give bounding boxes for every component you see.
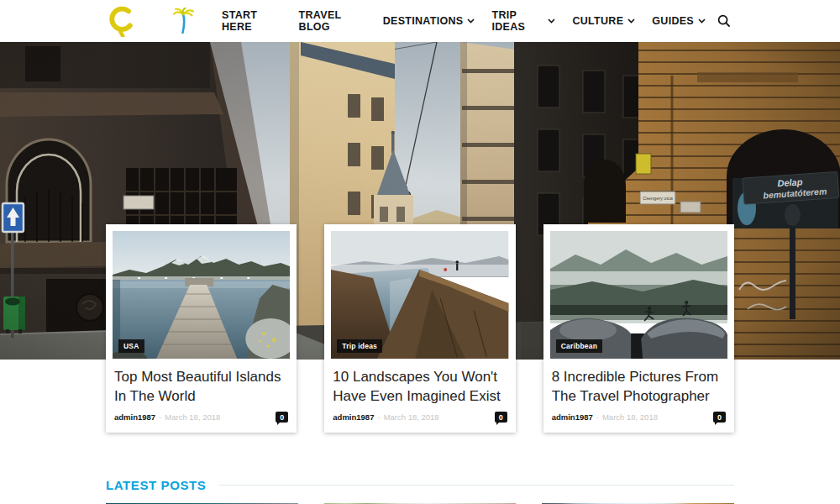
post-title[interactable]: 8 Incredible Pictures From The Travel Ph… — [552, 368, 726, 406]
main-nav: START HERE TRAVEL BLOG DESTINATIONS TRIP… — [213, 0, 714, 42]
meta-separator: - — [159, 412, 161, 422]
post-meta: admin1987 - March 18, 2018 0 — [114, 412, 288, 423]
chevron-down-icon — [548, 18, 555, 24]
featured-card-2: Trip ideas 10 Landscapes You Won't Have … — [324, 224, 515, 433]
nav-label: START HERE — [222, 9, 282, 33]
latest-posts-heading: LATEST POSTS — [106, 478, 206, 492]
post-meta: admin1987 - March 18, 2018 0 — [552, 412, 726, 423]
post-author[interactable]: admin1987 — [552, 412, 593, 422]
post-title[interactable]: 10 Landscapes You Won't Have Even Imagin… — [333, 368, 507, 406]
nav-label: TRIP IDEAS — [491, 9, 543, 33]
chevron-down-icon — [467, 18, 475, 24]
featured-posts-row: USA Top Most Beautiful Islands In The Wo… — [106, 224, 734, 433]
site-header: START HERE TRAVEL BLOG DESTINATIONS TRIP… — [0, 0, 840, 42]
featured-card-1: USA Top Most Beautiful Islands In The Wo… — [106, 224, 297, 433]
site-logo[interactable] — [106, 5, 195, 37]
nav-destinations[interactable]: DESTINATIONS — [375, 0, 484, 42]
post-author[interactable]: admin1987 — [333, 412, 374, 422]
chevron-down-icon — [627, 18, 635, 24]
post-title[interactable]: Top Most Beautiful Islands In The World — [114, 368, 288, 406]
post-author[interactable]: admin1987 — [114, 412, 155, 422]
latest-posts-section: LATEST POSTS — [106, 478, 734, 504]
post-image-fjord[interactable]: Trip ideas — [331, 231, 508, 359]
heading-rule — [219, 485, 734, 486]
category-badge[interactable]: Caribbean — [556, 339, 602, 353]
meta-separator: - — [377, 412, 380, 422]
nav-trip-ideas[interactable]: TRIP IDEAS — [483, 0, 564, 42]
comment-count-badge[interactable]: 0 — [713, 412, 726, 423]
comment-count-badge[interactable]: 0 — [495, 412, 507, 423]
nav-guides[interactable]: GUIDES — [643, 0, 714, 42]
palm-tree-icon — [173, 8, 195, 34]
nav-start-here[interactable]: START HERE — [213, 0, 291, 42]
post-image-boulders[interactable]: Caribbean — [550, 231, 727, 359]
featured-card-3: Caribbean 8 Incredible Pictures From The… — [543, 224, 734, 433]
search-icon — [717, 14, 731, 28]
post-image-lake-pier[interactable]: USA — [113, 231, 290, 359]
category-badge[interactable]: Trip ideas — [337, 339, 382, 353]
comment-count-badge[interactable]: 0 — [276, 412, 288, 423]
post-date: March 18, 2018 — [602, 412, 658, 422]
nav-label: GUIDES — [652, 15, 694, 27]
category-badge[interactable]: USA — [118, 339, 144, 353]
chevron-down-icon — [698, 18, 706, 24]
nav-travel-blog[interactable]: TRAVEL BLOG — [291, 0, 375, 42]
nav-label: DESTINATIONS — [383, 15, 464, 27]
nav-culture[interactable]: CULTURE — [564, 0, 643, 42]
meta-separator: - — [596, 412, 599, 422]
post-meta: admin1987 - March 18, 2018 0 — [333, 412, 507, 423]
logo-swirl-icon — [106, 5, 136, 37]
nav-label: TRAVEL BLOG — [299, 9, 366, 33]
post-date: March 18, 2018 — [384, 412, 439, 422]
search-button[interactable] — [714, 11, 734, 31]
nav-label: CULTURE — [572, 15, 623, 27]
post-date: March 18, 2018 — [165, 412, 220, 422]
